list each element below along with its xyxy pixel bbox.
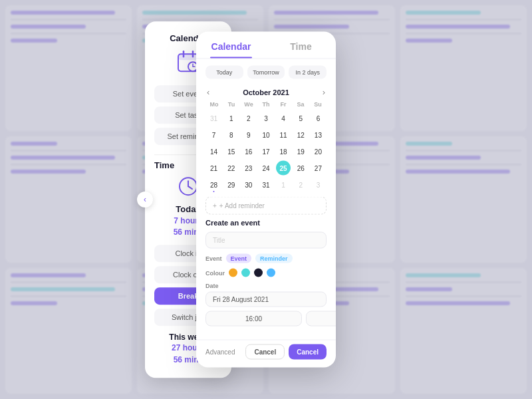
calendar-grid: Mo Tu We Th Fr Sa Su 31 1 2 3 4 5 6 7 8 … bbox=[196, 100, 336, 193]
time-end-input[interactable] bbox=[306, 311, 336, 327]
tomorrow-btn[interactable]: Tomorrow bbox=[247, 66, 285, 79]
calendar-day[interactable]: 14 bbox=[207, 144, 221, 159]
calendar-day[interactable]: 16 bbox=[241, 144, 256, 159]
calendar-day[interactable]: 8 bbox=[224, 128, 239, 142]
month-label: October 2021 bbox=[243, 88, 289, 96]
calendar-day[interactable]: 9 bbox=[241, 128, 256, 142]
cancel-outline-button[interactable]: Cancel bbox=[245, 344, 285, 360]
calendar-day[interactable]: 22 bbox=[224, 161, 239, 176]
date-input[interactable] bbox=[205, 292, 327, 307]
cancel-filled-button[interactable]: Cancel bbox=[289, 344, 327, 360]
calendar-day[interactable]: 1 bbox=[224, 111, 239, 126]
date-label: Date bbox=[205, 283, 327, 289]
calendar-day[interactable]: 2 bbox=[241, 111, 256, 126]
calendar-day[interactable]: 17 bbox=[259, 144, 273, 159]
calendar-day[interactable]: 15 bbox=[224, 144, 239, 159]
calendar-day[interactable]: 23 bbox=[241, 161, 256, 176]
tab-time[interactable]: Time bbox=[266, 32, 336, 59]
time-start-input[interactable] bbox=[205, 311, 302, 327]
weekday-labels: Mo Tu We Th Fr Sa Su bbox=[205, 100, 327, 109]
create-event-form: Create an event Event Event Reminder Col… bbox=[196, 219, 336, 340]
calendar-modal: Calendar Time Today Tomorrow In 2 days ‹… bbox=[196, 32, 336, 368]
calendar-day[interactable]: 4 bbox=[276, 111, 291, 126]
quick-dates-row: Today Tomorrow In 2 days bbox=[196, 59, 336, 83]
svg-rect-1 bbox=[178, 54, 198, 60]
reminder-badge[interactable]: Reminder bbox=[255, 254, 293, 263]
calendar-day[interactable]: 6 bbox=[311, 111, 325, 126]
event-label: Event bbox=[205, 255, 222, 262]
calendar-day[interactable]: 3 bbox=[259, 111, 273, 126]
calendar-days: 31 1 2 3 4 5 6 7 8 9 10 11 12 13 14 15 1… bbox=[205, 110, 327, 193]
colour-dark[interactable] bbox=[254, 269, 263, 277]
calendar-day[interactable]: 30 bbox=[241, 178, 256, 192]
side-panel-left-arrow[interactable]: ‹ bbox=[137, 192, 153, 207]
calendar-day[interactable]: 21 bbox=[207, 161, 221, 176]
colour-row: Colour bbox=[205, 269, 327, 277]
time-section-title: Time bbox=[154, 160, 174, 170]
calendar-day[interactable]: 13 bbox=[311, 128, 325, 142]
advanced-link[interactable]: Advanced bbox=[205, 348, 235, 356]
in-2-days-btn[interactable]: In 2 days bbox=[289, 66, 327, 79]
calendar-day[interactable]: 31 bbox=[259, 178, 273, 192]
next-month-button[interactable]: › bbox=[321, 87, 327, 97]
modal-tabs: Calendar Time bbox=[196, 32, 336, 59]
weekday-su: Su bbox=[309, 100, 327, 109]
calendar-day[interactable]: 24 bbox=[259, 161, 273, 176]
colour-label: Colour bbox=[205, 269, 225, 276]
colour-teal[interactable] bbox=[241, 269, 250, 277]
calendar-day[interactable]: 18 bbox=[276, 144, 291, 159]
calendar-day[interactable]: 3 bbox=[311, 178, 325, 192]
calendar-day[interactable]: 28 bbox=[207, 178, 221, 192]
calendar-day[interactable]: 27 bbox=[311, 161, 325, 176]
event-title-input[interactable] bbox=[205, 232, 327, 249]
weekday-th: Th bbox=[257, 100, 275, 109]
calendar-day[interactable]: 12 bbox=[293, 128, 308, 142]
calendar-day[interactable]: 20 bbox=[311, 144, 325, 159]
weekday-tu: Tu bbox=[223, 100, 240, 109]
weekday-sa: Sa bbox=[292, 100, 309, 109]
calendar-day[interactable]: 31 bbox=[207, 111, 221, 126]
create-event-title: Create an event bbox=[205, 219, 327, 227]
calendar-day[interactable]: 7 bbox=[207, 128, 221, 142]
calendar-day[interactable]: 2 bbox=[293, 178, 308, 192]
tab-calendar[interactable]: Calendar bbox=[196, 32, 266, 59]
calendar-header: ‹ October 2021 › bbox=[196, 83, 336, 100]
calendar-day-today[interactable]: 25 bbox=[276, 161, 291, 176]
calendar-day[interactable]: 1 bbox=[276, 178, 291, 192]
event-type-row: Event Event Reminder bbox=[205, 254, 327, 263]
calendar-day[interactable]: 19 bbox=[293, 144, 308, 159]
add-icon: + bbox=[213, 202, 217, 209]
calendar-day[interactable]: 29 bbox=[224, 178, 239, 192]
event-badge[interactable]: Event bbox=[226, 254, 252, 263]
calendar-day[interactable]: 5 bbox=[293, 111, 308, 126]
svg-line-7 bbox=[188, 186, 192, 189]
weekday-fr: Fr bbox=[275, 100, 292, 109]
calendar-day[interactable]: 11 bbox=[276, 128, 291, 142]
modal-footer: Advanced Cancel Cancel bbox=[196, 340, 336, 368]
today-btn[interactable]: Today bbox=[205, 66, 243, 79]
weekday-mo: Mo bbox=[205, 100, 223, 109]
weekday-we: We bbox=[240, 100, 257, 109]
calendar-day[interactable]: 26 bbox=[293, 161, 308, 176]
time-row bbox=[205, 311, 327, 327]
calendar-day[interactable]: 10 bbox=[259, 128, 273, 142]
add-reminder-button[interactable]: + + Add reminder bbox=[205, 197, 327, 215]
colour-blue[interactable] bbox=[267, 269, 275, 277]
colour-orange[interactable] bbox=[229, 269, 237, 277]
prev-month-button[interactable]: ‹ bbox=[205, 87, 211, 97]
footer-buttons: Cancel Cancel bbox=[245, 344, 327, 360]
